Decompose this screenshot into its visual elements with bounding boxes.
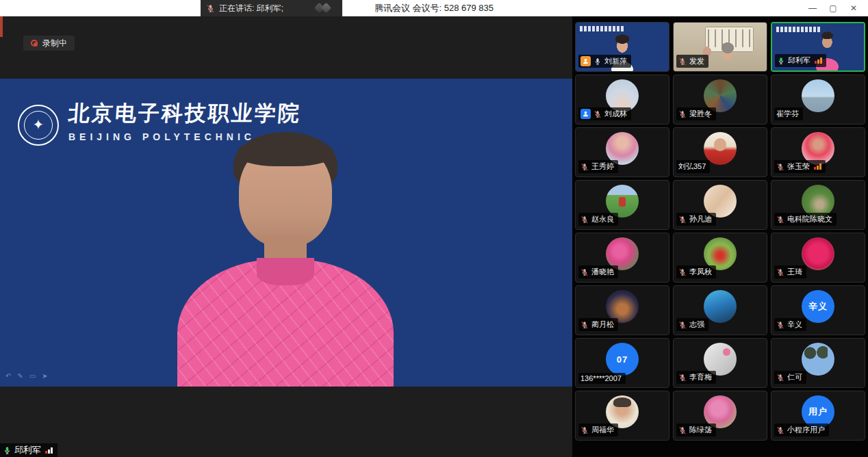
participant-name: 小程序用户 — [787, 425, 825, 435]
participant-tile[interactable]: 周福华 — [575, 391, 669, 441]
speaker-name: 邱利军 — [14, 444, 41, 456]
participant-name: 辛义 — [787, 319, 802, 330]
participant-tile[interactable]: 赵永良 — [575, 180, 669, 230]
mic-status-icon — [580, 321, 589, 329]
muted-mic-icon — [206, 4, 215, 13]
titlebar: 正在讲话: 邱利军; 腾讯会议 会议号: 528 679 835 — ▢ ✕ — [0, 0, 868, 16]
participant-label: 刘新萍 — [578, 55, 631, 68]
participant-label: 刘弘357 — [676, 160, 710, 173]
participant-label: 潘晓艳 — [578, 265, 618, 278]
participant-tile[interactable]: 刘成林 — [575, 75, 669, 125]
participant-label: 小程序用户 — [774, 423, 829, 436]
participant-name: 王秀婷 — [591, 161, 614, 172]
participant-label: 136****2007 — [578, 373, 626, 384]
participant-tile[interactable]: 崔学芬 — [771, 75, 865, 125]
participant-tile[interactable]: 潘晓艳 — [575, 233, 669, 283]
participant-tile[interactable]: 邱利军 — [771, 22, 865, 72]
participant-label: 崔学芬 — [774, 107, 803, 120]
participant-tile[interactable]: 志强 — [673, 285, 767, 335]
participant-tile[interactable]: 王秀婷 — [575, 127, 669, 177]
participant-tile[interactable]: 陈绿荡 — [673, 391, 767, 441]
mic-status-icon — [593, 57, 602, 66]
participant-tile[interactable]: 发发 — [673, 22, 767, 72]
participant-name: 梁胜冬 — [689, 109, 712, 119]
participant-name: 周福华 — [591, 425, 614, 435]
participant-name: 刘新萍 — [604, 56, 627, 66]
annotation-arrow-icon[interactable]: ➤ — [42, 372, 47, 380]
participant-label: 蔺月松 — [578, 318, 618, 331]
participant-tile[interactable]: 李育梅 — [673, 338, 767, 388]
participant-name: 蔺月松 — [591, 319, 614, 330]
annotation-undo-icon[interactable]: ↶ — [5, 372, 11, 380]
participant-label: 李凤秋 — [676, 265, 716, 278]
participant-label: 发发 — [676, 55, 709, 68]
participant-label: 陈绿荡 — [676, 423, 716, 436]
participant-name: 潘晓艳 — [591, 267, 614, 277]
participant-label: 志强 — [676, 318, 709, 331]
participant-name: 电科院陈晓文 — [787, 214, 832, 224]
recording-label: 录制中 — [42, 38, 67, 49]
speaker-figure — [173, 132, 398, 387]
mic-status-icon — [678, 374, 687, 382]
mic-status-icon — [678, 57, 687, 66]
participant-label: 李育梅 — [676, 371, 716, 384]
participant-label: 赵永良 — [578, 213, 618, 226]
network-signal-icon — [814, 164, 821, 170]
participant-name: 王琦 — [787, 267, 802, 277]
edge-accent-strip — [0, 16, 3, 37]
participant-avatar — [704, 290, 737, 323]
member-badge-icon — [580, 56, 591, 66]
participant-grid: 刘新萍 发发 — [575, 22, 865, 441]
participant-tile[interactable]: 辛义 辛义 — [771, 285, 865, 335]
participant-name: 陈绿荡 — [689, 425, 712, 435]
participant-tile[interactable]: 梁胜冬 — [673, 75, 767, 125]
mic-status-icon — [678, 268, 687, 276]
participant-name: 邱利军 — [788, 55, 810, 66]
participants-sidebar: 刘新萍 发发 — [572, 16, 868, 457]
mic-status-icon — [776, 268, 784, 276]
participant-name: 志强 — [689, 319, 704, 330]
mic-status-icon — [777, 57, 785, 65]
participant-label: 张玉荣 — [774, 160, 826, 173]
participant-name: 张玉荣 — [787, 161, 810, 172]
recording-badge[interactable]: 录制中 — [23, 36, 75, 51]
participant-tile[interactable]: 电科院陈晓文 — [771, 180, 865, 230]
mic-status-icon — [776, 426, 784, 434]
network-signal-icon — [815, 57, 822, 64]
participant-name: 李凤秋 — [689, 267, 712, 277]
minimize-button[interactable]: — — [802, 0, 823, 16]
participant-name: 刘弘357 — [678, 161, 706, 172]
mic-status-icon — [776, 163, 784, 171]
participant-tile[interactable]: 仁可 — [771, 338, 865, 388]
participant-tile[interactable]: 刘新萍 — [575, 22, 669, 72]
participant-name: 136****2007 — [580, 374, 622, 382]
mic-status-icon — [776, 321, 784, 329]
participant-name: 发发 — [689, 56, 704, 66]
meeting-title: 腾讯会议 会议号: 528 679 835 — [374, 0, 494, 16]
tencent-meeting-logo-icon — [314, 3, 337, 14]
school-name-cn: 北京电子科技职业学院 — [68, 99, 303, 128]
mic-active-icon — [3, 446, 12, 455]
main-video[interactable]: 北京电子科技职业学院 BEIJING POLYTECHNIC ↶ ✎ ▭ ➤ — [0, 79, 572, 387]
participant-tile[interactable]: 用户 小程序用户 — [771, 391, 865, 441]
mic-status-icon — [678, 426, 687, 434]
maximize-button[interactable]: ▢ — [823, 0, 843, 16]
participant-name: 仁可 — [787, 372, 802, 382]
meeting-window: 正在讲话: 邱利军; 腾讯会议 会议号: 528 679 835 — ▢ ✕ 录… — [0, 0, 868, 457]
participant-name: 崔学芬 — [776, 109, 799, 119]
participant-label: 电科院陈晓文 — [774, 213, 837, 226]
participant-tile[interactable]: 李凤秋 — [673, 233, 767, 283]
mic-status-icon — [580, 163, 589, 171]
participant-tile[interactable]: 张玉荣 — [771, 127, 865, 177]
annotation-pen-icon[interactable]: ✎ — [17, 372, 23, 380]
close-button[interactable]: ✕ — [843, 0, 864, 16]
participant-tile[interactable]: 刘弘357 — [673, 127, 767, 177]
annotation-shape-icon[interactable]: ▭ — [29, 372, 36, 380]
participant-tile[interactable]: 孙凡迪 — [673, 180, 767, 230]
participant-tile[interactable]: 蔺月松 — [575, 285, 669, 335]
main-stage: 录制中 北京电子科技职业学院 BEIJING POLYTECHNIC ↶ ✎ ▭… — [0, 16, 572, 457]
participant-tile[interactable]: 07 136****2007 — [575, 338, 669, 388]
participant-tile[interactable]: 王琦 — [771, 233, 865, 283]
window-controls: — ▢ ✕ — [802, 0, 864, 16]
participant-name: 赵永良 — [591, 214, 614, 224]
